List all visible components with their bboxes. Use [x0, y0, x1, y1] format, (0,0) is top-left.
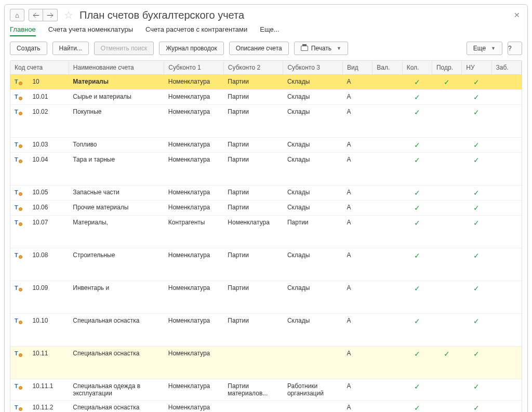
cell-val — [373, 201, 402, 216]
col-val[interactable]: Вал. — [373, 61, 402, 75]
table-row[interactable]: T10.07Материалы,КонтрагентыНоменклатураП… — [10, 216, 522, 248]
cell-sub2: Партии — [223, 153, 283, 185]
entries-journal-button[interactable]: Журнал проводок — [159, 42, 224, 55]
col-sub1[interactable]: Субконто 1 — [164, 61, 224, 75]
table-row[interactable]: T10.11Специальная оснасткаНоменклатураА✓… — [10, 347, 522, 379]
cell-sub1: Номенклатура — [164, 314, 224, 347]
check-icon: ✓ — [466, 156, 487, 164]
cell-kol: ✓ — [402, 281, 432, 314]
cell-sub1: Номенклатура — [164, 138, 224, 153]
cell-val — [373, 75, 402, 90]
cell-nu: ✓ — [462, 185, 491, 201]
table-row[interactable]: T10МатериалыНоменклатураПартииСкладыА✓✓✓ — [10, 75, 522, 90]
cell-sub1: Контрагенты — [164, 216, 224, 248]
cell-podr — [432, 201, 461, 216]
more-button[interactable]: Еще ▼ — [467, 42, 502, 55]
check-icon: ✓ — [406, 78, 428, 86]
cell-name: Топливо — [69, 138, 164, 153]
cell-nu: ✓ — [462, 138, 491, 153]
col-podr[interactable]: Подр. — [432, 61, 461, 75]
col-vid[interactable]: Вид — [343, 61, 373, 75]
cell-vid: А — [343, 138, 373, 153]
forward-button[interactable]: 🡢 — [43, 9, 58, 21]
tab-nomenclature-accounts[interactable]: Счета учета номенклатуры — [48, 25, 133, 36]
cell-podr — [432, 153, 461, 185]
cell-code: 10 — [28, 75, 69, 90]
cell-zab — [491, 75, 521, 90]
cell-podr — [432, 248, 461, 281]
tab-settlement-accounts[interactable]: Счета расчетов с контрагентами — [145, 25, 247, 36]
cell-code: 10.03 — [28, 138, 69, 153]
col-kol[interactable]: Кол. — [402, 61, 432, 75]
col-name[interactable]: Наименование счета — [69, 61, 164, 75]
account-type-icon: T — [15, 252, 21, 258]
check-icon: ✓ — [406, 284, 428, 293]
table-row[interactable]: T10.06Прочие материалыНоменклатураПартии… — [10, 201, 522, 216]
favorite-star-icon[interactable]: ☆ — [64, 9, 73, 21]
cell-code: 10.01 — [28, 90, 69, 105]
cell-podr — [432, 216, 461, 248]
cell-code: 10.07 — [28, 216, 69, 248]
cell-zab — [491, 379, 521, 401]
cell-code: 10.08 — [28, 248, 69, 281]
tab-main[interactable]: Главное — [10, 25, 36, 36]
account-type-icon: T — [15, 78, 21, 85]
account-type-icon: T — [15, 285, 21, 291]
account-description-button[interactable]: Описание счета — [229, 42, 289, 55]
create-button[interactable]: Создать — [10, 42, 47, 55]
table-row[interactable]: T10.05Запасные частиНоменклатураПартииСк… — [10, 185, 522, 201]
cell-kol: ✓ — [402, 401, 432, 413]
cell-kol: ✓ — [402, 314, 432, 347]
account-type-icon: T — [15, 383, 21, 389]
close-icon[interactable]: ✕ — [512, 10, 522, 20]
cell-sub1: Номенклатура — [164, 281, 224, 314]
cell-zab — [491, 185, 521, 201]
cell-nu: ✓ — [462, 379, 491, 401]
table-row[interactable]: T10.02ПокупныеНоменклатураПартииСкладыА✓… — [10, 105, 522, 138]
cell-vid: А — [343, 105, 373, 138]
print-button[interactable]: Печать ▼ — [294, 42, 348, 55]
table-row[interactable]: T10.10Специальная оснасткаНоменклатураПа… — [10, 314, 522, 347]
table-row[interactable]: T10.04Тара и тарныеНоменклатураПартииСкл… — [10, 153, 522, 185]
col-sub3[interactable]: Субконто 3 — [283, 61, 343, 75]
cell-val — [373, 153, 402, 185]
col-sub2[interactable]: Субконто 2 — [223, 61, 283, 75]
cell-name: Прочие материалы — [69, 201, 164, 216]
table-row[interactable]: T10.03ТопливоНоменклатураПартииСкладыА✓✓ — [10, 138, 522, 153]
cell-name: Строительные — [69, 248, 164, 281]
col-code[interactable]: Код счета — [10, 61, 69, 75]
accounts-grid[interactable]: Код счета Наименование счета Субконто 1 … — [10, 60, 522, 412]
cell-val — [373, 401, 402, 413]
cell-zab — [491, 314, 521, 347]
cell-val — [373, 105, 402, 138]
cell-nu: ✓ — [462, 105, 491, 138]
cell-sub1: Номенклатура — [164, 185, 224, 201]
check-icon: ✓ — [406, 189, 428, 197]
back-button[interactable]: 🡠 — [29, 9, 43, 21]
home-button[interactable]: ⌂ — [10, 9, 24, 21]
cell-nu: ✓ — [462, 75, 491, 90]
cell-sub3: Склады — [283, 248, 343, 281]
cell-zab — [491, 401, 521, 413]
cell-nu: ✓ — [462, 201, 491, 216]
find-button[interactable]: Найти... — [52, 42, 89, 55]
help-button[interactable]: ? — [508, 42, 522, 55]
cell-vid: А — [343, 185, 373, 201]
table-row[interactable]: T10.11.2Специальная оснасткаНоменклатура… — [10, 401, 522, 413]
cell-name: Покупные — [69, 105, 164, 138]
tab-more[interactable]: Еще... — [260, 25, 279, 36]
check-icon: ✓ — [466, 108, 487, 116]
table-row[interactable]: T10.08СтроительныеНоменклатураПартииСкла… — [10, 248, 522, 281]
cell-val — [373, 281, 402, 314]
table-row[interactable]: T10.01Сырье и материалыНоменклатураПарти… — [10, 90, 522, 105]
check-icon: ✓ — [466, 350, 487, 358]
cell-zab — [491, 347, 521, 379]
col-zab[interactable]: Заб. — [491, 61, 521, 75]
account-type-icon: T — [15, 317, 21, 324]
account-type-icon: T — [15, 350, 21, 356]
table-row[interactable]: T10.11.1Специальная одежда в эксплуатаци… — [10, 379, 522, 401]
table-row[interactable]: T10.09Инвентарь иНоменклатураПартииСклад… — [10, 281, 522, 314]
cell-name: Материалы — [69, 75, 164, 90]
cell-kol: ✓ — [402, 90, 432, 105]
col-nu[interactable]: НУ — [462, 61, 491, 75]
